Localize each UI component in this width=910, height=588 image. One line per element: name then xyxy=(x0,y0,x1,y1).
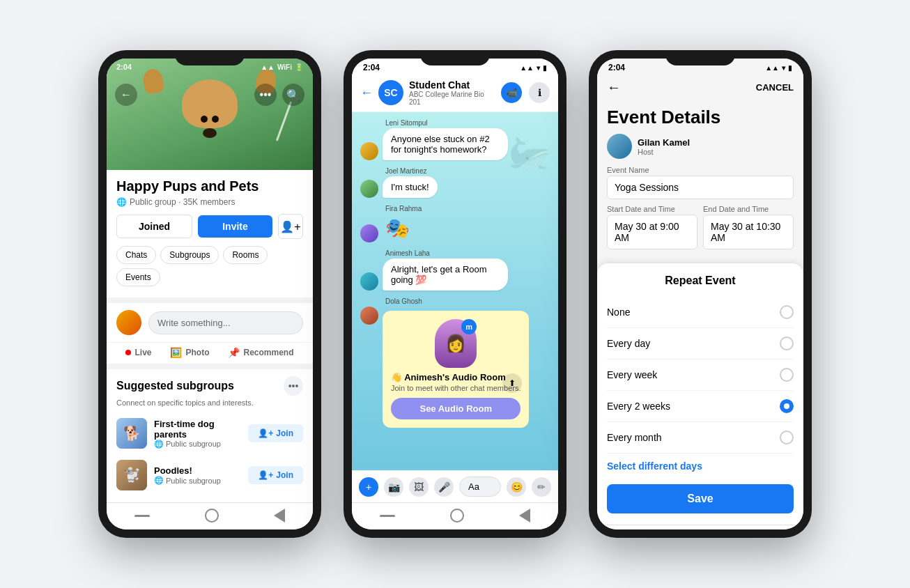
message-group-3: Fira Rahma 🎭 xyxy=(360,205,550,242)
nav-home-icon-2[interactable] xyxy=(450,509,464,523)
repeat-none-radio[interactable] xyxy=(780,305,794,319)
add-member-button[interactable]: 👤+ xyxy=(278,214,303,239)
photo-button[interactable]: 🖼️ Photo xyxy=(170,347,209,358)
wifi-icon: WiFi xyxy=(277,63,292,71)
tab-events[interactable]: Events xyxy=(116,268,160,286)
message-input[interactable]: Aa xyxy=(459,477,501,497)
sticker-button[interactable]: ✏ xyxy=(532,477,551,497)
msg-sender-4: Animesh Laha xyxy=(360,249,550,257)
subgroup-info-2: Poodles! 🌐 Public subgroup xyxy=(154,465,241,485)
start-date-label: Start Date and Time xyxy=(607,205,697,213)
msg-bubble-2: I'm stuck! xyxy=(383,176,438,198)
tab-subgroups[interactable]: Subgroups xyxy=(160,246,219,264)
video-call-button[interactable]: 📹 xyxy=(501,82,522,103)
nav-back-icon[interactable] xyxy=(274,509,285,523)
join-button-1[interactable]: 👤+ Join xyxy=(248,424,303,442)
repeat-option-monthly[interactable]: Every month xyxy=(607,422,794,454)
nav-back-icon-2[interactable] xyxy=(519,509,530,523)
radio-inner-biweekly xyxy=(784,403,789,409)
status-time: 2:04 xyxy=(116,63,132,71)
more-options-button[interactable]: ••• xyxy=(254,84,277,106)
nav-recent-icon-2[interactable] xyxy=(380,515,395,517)
chat-name: Student Chat xyxy=(409,79,495,91)
subgroup-type-2: 🌐 Public subgroup xyxy=(154,476,241,485)
event-name-field: Event Name Yoga Sessions xyxy=(607,166,794,199)
status-icons-2: ▲▲ ▾ ▮ xyxy=(520,64,547,72)
save-button[interactable]: Save xyxy=(607,484,794,513)
event-name-value[interactable]: Yoga Sessions xyxy=(607,176,794,199)
invite-button[interactable]: Invite xyxy=(198,215,272,238)
chat-back-button[interactable]: ← xyxy=(360,86,373,100)
room-message-row: 👩 m ⬆ 👋 Animesh's Audio Room Join to mee… xyxy=(360,307,550,432)
repeat-monthly-label: Every month xyxy=(607,432,662,443)
emoji-button[interactable]: 😊 xyxy=(507,477,526,497)
dog-eye-left xyxy=(201,116,208,123)
post-composer: Write something... xyxy=(107,303,313,342)
subgroup-name-2: Poodles! xyxy=(154,465,241,476)
mic-button[interactable]: 🎤 xyxy=(434,477,454,497)
search-button[interactable]: 🔍 xyxy=(282,84,304,106)
globe-icon: 🌐 xyxy=(116,197,127,207)
tab-chats[interactable]: Chats xyxy=(116,246,156,264)
recommend-icon: 📌 xyxy=(228,347,240,358)
repeat-weekly-label: Every week xyxy=(607,369,657,380)
select-days-link[interactable]: Select different days xyxy=(607,454,794,479)
repeat-weekly-radio[interactable] xyxy=(780,368,794,382)
globe-icon-sub1: 🌐 xyxy=(154,440,164,449)
repeat-none-label: None xyxy=(607,307,630,318)
host-role: Host xyxy=(638,148,690,156)
msg-sender-1: Leni Sitompul xyxy=(360,119,550,127)
nav-recent-icon[interactable] xyxy=(134,515,150,517)
info-button[interactable]: ℹ xyxy=(529,82,550,103)
end-date-label: End Date and Time xyxy=(703,205,794,213)
add-attachment-button[interactable]: + xyxy=(359,477,378,497)
event-name-label: Event Name xyxy=(607,166,794,174)
event-back-button[interactable]: ← xyxy=(607,79,621,95)
room-desc: Join to meet with other chat members. xyxy=(391,384,520,392)
whale-decoration: 🐋 xyxy=(508,133,551,173)
start-date-value[interactable]: May 30 at 9:00 AM xyxy=(607,215,697,249)
nav-home-icon[interactable] xyxy=(205,509,219,523)
msg-avatar-4 xyxy=(360,272,378,291)
phone-notch-1 xyxy=(175,50,245,65)
join-button-2[interactable]: 👤+ Join xyxy=(248,466,303,484)
section-more-button[interactable]: ••• xyxy=(284,376,303,396)
repeat-daily-radio[interactable] xyxy=(780,336,794,350)
repeat-monthly-radio[interactable] xyxy=(780,431,794,444)
repeat-option-daily[interactable]: Every day xyxy=(607,328,794,359)
group-tabs: Chats Subgroups Rooms Events xyxy=(116,246,303,286)
room-character: 👩 m xyxy=(435,319,477,368)
room-char-area: 👩 m xyxy=(391,319,520,372)
bottom-nav-2 xyxy=(352,502,558,529)
wifi-icon-2: ▾ xyxy=(537,64,540,72)
back-button[interactable]: ← xyxy=(115,84,137,106)
repeat-option-biweekly[interactable]: Every 2 weeks xyxy=(607,391,794,422)
repeat-biweekly-radio[interactable] xyxy=(780,399,794,413)
camera-button[interactable]: 📷 xyxy=(384,477,403,497)
photo-icon: 🖼️ xyxy=(170,347,182,358)
repeat-option-weekly[interactable]: Every week xyxy=(607,359,794,391)
subgroup-name-1: First-time dog parents xyxy=(154,419,241,440)
chat-title-area: Student Chat ABC College Marine Bio 201 xyxy=(409,79,495,106)
wifi-icon-3: ▾ xyxy=(782,64,785,72)
joined-button[interactable]: Joined xyxy=(116,215,192,238)
see-audio-room-button[interactable]: See Audio Room xyxy=(391,398,520,419)
end-date-value[interactable]: May 30 at 10:30 AM xyxy=(703,215,794,249)
subgroup-type-1: 🌐 Public subgroup xyxy=(154,440,241,449)
photo-gallery-button[interactable]: 🖼 xyxy=(409,477,429,497)
repeat-title: Repeat Event xyxy=(607,274,794,287)
live-dot-icon xyxy=(125,350,131,355)
composer-input[interactable]: Write something... xyxy=(148,311,303,334)
room-sender-label: Dola Ghosh xyxy=(360,297,550,305)
recommend-button[interactable]: 📌 Recommend xyxy=(228,347,293,358)
tab-rooms[interactable]: Rooms xyxy=(223,246,268,264)
chat-header: ← SC Student Chat ABC College Marine Bio… xyxy=(352,74,558,112)
repeat-option-none[interactable]: None xyxy=(607,297,794,328)
start-date-field: Start Date and Time May 30 at 9:00 AM xyxy=(607,205,697,249)
cancel-button[interactable]: CANCEL xyxy=(756,82,794,93)
end-date-field: End Date and Time May 30 at 10:30 AM xyxy=(703,205,794,249)
subgroup-image-2: 🐩 xyxy=(116,460,147,490)
status-icons-3: ▲▲ ▾ ▮ xyxy=(765,64,792,72)
live-button[interactable]: Live xyxy=(125,347,151,358)
subgroups-subtitle: Connect on specific topics and interests… xyxy=(107,399,313,412)
